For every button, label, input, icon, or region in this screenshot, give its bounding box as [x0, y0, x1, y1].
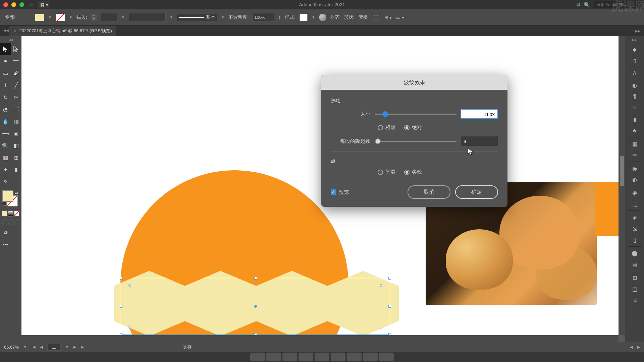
libraries-panel-icon[interactable]: ▯	[628, 56, 641, 66]
style-dropdown-icon[interactable]: ▼	[312, 15, 315, 19]
arrange-documents-button[interactable]: ▦ ▾	[38, 1, 50, 8]
direct-selection-tool[interactable]	[11, 43, 21, 55]
align-to-icon[interactable]: ⊞ ▾	[384, 13, 392, 21]
size-slider[interactable]	[375, 114, 457, 115]
fill-box[interactable]	[2, 190, 13, 202]
stroke-weight-dropdown-icon[interactable]: ▼	[121, 15, 125, 19]
mesh-tool[interactable]: ⊞	[11, 152, 21, 164]
home-button[interactable]: ⌂	[30, 2, 34, 8]
ridges-slider-thumb[interactable]	[375, 138, 381, 144]
cancel-button[interactable]: 取消	[408, 185, 450, 199]
next-artboard-icon[interactable]: ▶	[73, 345, 76, 349]
zoom-level[interactable]: 66.67%	[4, 345, 19, 350]
swap-fill-stroke-icon[interactable]: ⇄	[15, 190, 18, 195]
status-scroll-right-icon[interactable]: ▶	[637, 345, 640, 349]
corner-widget[interactable]	[128, 284, 131, 287]
isolate-icon[interactable]: ⛶	[372, 13, 380, 21]
toolbox-handle[interactable]: ◀◀	[0, 38, 21, 42]
horizontal-scrollbar[interactable]	[21, 335, 619, 342]
brush-dropdown-icon[interactable]: ▼	[221, 15, 225, 19]
document-tab[interactable]: × 20220701海上点心铺.ai* @ 66.67% (RGB/预览)	[9, 26, 116, 36]
ok-button[interactable]: 确定	[455, 185, 498, 199]
rotate-tool[interactable]: ↻	[0, 91, 11, 103]
draw-behind-icon[interactable]	[8, 219, 13, 225]
prev-artboard-icon[interactable]: ◀	[40, 345, 43, 349]
dock-app[interactable]	[266, 353, 281, 361]
transparency-panel-icon[interactable]: ◐	[628, 175, 641, 185]
gradient-panel-icon[interactable]: ◉	[628, 163, 641, 173]
transform-label[interactable]: 变换	[359, 14, 368, 20]
color-mode-gradient[interactable]	[8, 210, 13, 217]
last-artboard-icon[interactable]: ▶|	[81, 345, 85, 349]
paintbrush-tool[interactable]: 🖌	[11, 67, 21, 79]
search-icon[interactable]: 🔍	[584, 2, 590, 8]
workspace-icon[interactable]: ⧉	[577, 2, 580, 8]
ridges-slider[interactable]	[375, 141, 457, 142]
align-label[interactable]: 对齐	[330, 14, 340, 20]
panel-handle[interactable]: ▶▶	[625, 38, 644, 42]
dock-app[interactable]	[347, 353, 362, 361]
ridges-input[interactable]	[461, 136, 498, 146]
corner-widget[interactable]	[128, 326, 131, 328]
fill-color-swatch[interactable]	[35, 14, 44, 21]
default-fill-stroke-icon[interactable]	[3, 202, 7, 206]
stroke-panel-icon[interactable]: ═	[628, 150, 641, 160]
close-window-icon[interactable]	[3, 2, 8, 7]
type-tool[interactable]: T	[0, 79, 11, 91]
gradient-tool[interactable]: ▥	[11, 115, 21, 127]
stroke-color-swatch[interactable]	[56, 14, 65, 21]
glyphs-panel-icon[interactable]: ◐	[628, 80, 641, 90]
variable-width-profile-input[interactable]	[129, 13, 166, 22]
corner-radio[interactable]: 尖锐	[404, 169, 422, 175]
artboard-number-input[interactable]	[47, 344, 61, 351]
close-tab-icon[interactable]: ×	[13, 28, 16, 34]
minimize-window-icon[interactable]	[11, 2, 16, 7]
fill-dropdown-icon[interactable]: ▼	[48, 15, 52, 19]
artboard-dropdown-icon[interactable]: ▼	[65, 345, 69, 349]
eraser-tool[interactable]: ◧	[11, 139, 21, 152]
opacity-dropdown-icon[interactable]: ❯	[278, 15, 281, 19]
selection-tool[interactable]	[0, 43, 11, 55]
corner-widget[interactable]	[380, 326, 382, 328]
column-graph-tool[interactable]: ▮	[11, 164, 21, 176]
align-panel-icon[interactable]: ⊞	[628, 273, 641, 283]
stroke-weight-input[interactable]	[101, 13, 117, 22]
status-scroll-left-icon[interactable]: ◀	[630, 345, 633, 349]
screen-mode-icon[interactable]: ⧉	[0, 227, 11, 239]
size-input[interactable]	[461, 109, 498, 119]
tab-strip-right-handle[interactable]: ▶▶	[635, 29, 641, 33]
color-panel-icon[interactable]: ⬤	[628, 248, 641, 258]
stroke-dropdown-icon[interactable]: ▼	[69, 15, 72, 19]
selection-handle[interactable]	[388, 277, 391, 280]
preview-checkbox[interactable]: ✓ 预览	[331, 189, 349, 195]
brush-definition[interactable]: 基本	[177, 14, 217, 21]
dock-app[interactable]	[363, 353, 378, 361]
perspective-grid-tool[interactable]: ▦	[0, 152, 11, 164]
opentype-panel-icon[interactable]: ≡	[628, 103, 641, 113]
scrollbar-thumb[interactable]	[620, 156, 624, 186]
dock-app[interactable]	[331, 353, 345, 361]
arrange-icon[interactable]: ▭ ▾	[396, 13, 404, 21]
shape-builder-tool[interactable]: ◔	[0, 103, 11, 115]
symbol-sprayer-tool[interactable]: ✦	[0, 164, 11, 176]
corner-widget[interactable]	[380, 284, 382, 287]
tab-strip-handle[interactable]: ◀◀	[3, 28, 8, 33]
draw-inside-icon[interactable]	[14, 219, 19, 225]
dock-app[interactable]	[282, 353, 297, 361]
scissors-tool[interactable]: ✂	[11, 91, 21, 103]
dock-app[interactable]	[379, 353, 394, 361]
first-artboard-icon[interactable]: |◀	[32, 345, 35, 349]
color-guide-panel-icon[interactable]: ▤	[628, 259, 641, 269]
swatches-panel-icon[interactable]: ▮	[628, 114, 641, 124]
dock-app[interactable]	[315, 353, 329, 361]
eyedropper-tool[interactable]: 💧	[0, 115, 11, 127]
recolor-artwork-icon[interactable]	[319, 14, 326, 21]
graphic-style-swatch[interactable]	[300, 14, 308, 21]
dock-app[interactable]	[250, 353, 265, 361]
smooth-radio[interactable]: 平滑	[378, 169, 395, 175]
maximize-window-icon[interactable]	[19, 2, 24, 7]
width-tool[interactable]: ⟿	[0, 127, 11, 139]
vertical-scrollbar[interactable]	[619, 36, 625, 335]
color-mode-solid[interactable]	[2, 210, 7, 217]
relative-radio[interactable]: 相对	[378, 124, 395, 131]
